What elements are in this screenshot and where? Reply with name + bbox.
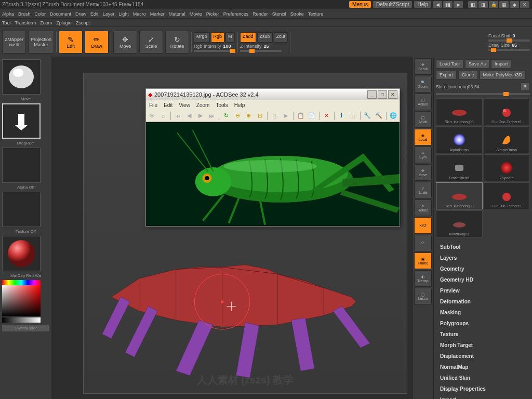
section-subtool[interactable]: SubTool xyxy=(436,242,530,252)
close-window-icon[interactable]: ✕ xyxy=(388,90,397,99)
edit-button[interactable]: ✎Edit xyxy=(59,31,83,54)
zcut-button[interactable]: Zcut xyxy=(274,32,288,43)
make-polymesh-button[interactable]: Make PolyMesh3D xyxy=(480,70,526,79)
last-icon[interactable]: ⏭ xyxy=(207,111,217,121)
menu-brush[interactable]: Brush xyxy=(18,11,31,17)
acd-menu-edit[interactable]: Edit xyxy=(164,102,172,108)
menu-zscript[interactable]: Zscript xyxy=(76,20,90,25)
menu-alpha[interactable]: Alpha xyxy=(2,11,14,17)
lock-icon[interactable]: 🔒 xyxy=(489,1,498,8)
zmapper-button[interactable]: ZMapper rev-E xyxy=(2,31,26,54)
ahalf-button[interactable]: ◱AHalf xyxy=(414,111,432,128)
acdsee-window[interactable]: ◆ 200719214135120.jpg - ACDSee 32 v2.4 _… xyxy=(145,88,400,227)
acd-menu-file[interactable]: File xyxy=(149,102,157,108)
texture-preview[interactable] xyxy=(2,192,41,227)
bars-icon[interactable]: ▮▮ xyxy=(443,1,453,8)
section-layers[interactable]: Layers xyxy=(436,252,530,263)
export-button[interactable]: Export xyxy=(436,70,457,79)
material-preview[interactable] xyxy=(2,236,41,271)
rgb-button[interactable]: Rgb xyxy=(211,32,225,43)
draw-size-slider[interactable] xyxy=(488,49,530,51)
projection-master-button[interactable]: Projection Master xyxy=(28,31,54,54)
actual-button[interactable]: ▢Actual xyxy=(414,94,432,110)
transp-button[interactable]: ◐Transp xyxy=(414,270,432,287)
acd-menu-tools[interactable]: Tools xyxy=(216,102,228,108)
switchcolor-label[interactable]: SwitchColor xyxy=(2,325,49,331)
section-geometry-hd[interactable]: Geometry HD xyxy=(436,274,530,285)
brush-preview[interactable] xyxy=(2,59,41,95)
tool-guoguo-zsphere1[interactable]: GuoGuo Zsphere1 xyxy=(484,182,530,209)
section-unified-skin[interactable]: Unified Skin xyxy=(436,373,530,383)
rotate-button[interactable]: ↻Rotate xyxy=(165,31,189,54)
acd-menu-zoom[interactable]: Zoom xyxy=(196,102,210,108)
slideshow-icon[interactable]: ▶ xyxy=(281,111,291,121)
caption-icon[interactable]: ◫ xyxy=(348,111,358,121)
prev-page-icon[interactable]: ◀ xyxy=(184,111,195,121)
section-geometry[interactable]: Geometry xyxy=(436,263,530,274)
tool-guoguo-zsphere1[interactable]: GuoGuo Zsphere1 xyxy=(484,98,530,125)
maximize-icon[interactable]: □ xyxy=(378,90,387,99)
minimize-icon[interactable]: _ xyxy=(367,90,377,99)
clone-button[interactable]: Clone xyxy=(458,70,478,79)
menu-tool[interactable]: Tool xyxy=(2,20,11,25)
rotate-nav-button[interactable]: ↻Rotate xyxy=(414,200,432,216)
section-import[interactable]: Import xyxy=(436,394,530,399)
import-button[interactable]: Import xyxy=(491,59,512,69)
help-button[interactable]: Help xyxy=(414,1,431,8)
menu-edit[interactable]: Edit xyxy=(90,11,99,17)
rgb-intensity-slider[interactable] xyxy=(194,50,235,52)
color-picker[interactable] xyxy=(2,280,49,323)
section-morph-target[interactable]: Morph Target xyxy=(436,340,530,351)
alpha-preview[interactable] xyxy=(2,148,41,183)
menu-macro[interactable]: Macro xyxy=(133,11,146,17)
tool-kunchong03[interactable]: kunchong03 xyxy=(436,210,483,237)
copy-acd-icon[interactable]: 📋 xyxy=(296,111,306,121)
wrench-icon[interactable]: 🔧 xyxy=(363,111,373,121)
stroke-preview[interactable] xyxy=(2,103,41,139)
tool-zsphere[interactable]: ZSphere xyxy=(484,154,530,181)
browse-icon[interactable]: 👁 xyxy=(147,111,157,121)
mrgb-button[interactable]: Mrgb xyxy=(194,32,210,43)
next-page-icon[interactable]: ▶ xyxy=(195,111,206,121)
acd-menu-help[interactable]: Help xyxy=(234,102,245,108)
section-masking[interactable]: Masking xyxy=(436,307,530,318)
menu-picker[interactable]: Picker xyxy=(206,11,219,17)
local-button[interactable]: ◉Local xyxy=(414,129,432,145)
move-button[interactable]: ✥Move xyxy=(113,31,137,54)
section-polygroups[interactable]: Polygroups xyxy=(436,318,530,329)
menu-color[interactable]: Color xyxy=(35,11,46,17)
section-displacement[interactable]: Displacement xyxy=(436,351,530,362)
delete-acd-icon[interactable]: ✕ xyxy=(322,111,332,121)
print-acd-icon[interactable]: 🖨 xyxy=(270,111,280,121)
xyz-button[interactable]: XYZ xyxy=(414,217,432,234)
q-button[interactable]: ⟳ xyxy=(414,235,432,251)
default-zscript-button[interactable]: DefaultZScript xyxy=(373,1,412,8)
dock-left-icon[interactable]: ◧ xyxy=(468,1,477,8)
first-icon[interactable]: ⏮ xyxy=(173,111,183,121)
search-icon[interactable]: ⌕ xyxy=(158,111,169,121)
menu-zplugin[interactable]: Zplugin xyxy=(56,20,72,25)
section-deformation[interactable]: Deformation xyxy=(436,296,530,307)
menu-layer[interactable]: Layer xyxy=(103,11,115,17)
info-icon[interactable]: ℹ xyxy=(337,111,347,121)
globe-icon[interactable]: 🌐 xyxy=(389,111,399,121)
menus-button[interactable]: Menus xyxy=(349,1,371,8)
section-texture[interactable]: Texture xyxy=(436,329,530,340)
dock-right-icon[interactable]: ◨ xyxy=(478,1,488,8)
lasso-button[interactable]: ◯Lasso xyxy=(414,288,432,304)
focal-shift-slider[interactable] xyxy=(488,39,530,42)
sym-button[interactable]: ⇔Sym xyxy=(414,147,432,163)
tool-skin_kunchong03[interactable]: Skin_kunchong03 xyxy=(436,182,483,209)
menu-zoom[interactable]: Zoom xyxy=(40,20,52,25)
paste-acd-icon[interactable]: 📄 xyxy=(307,111,317,121)
menu-stroke[interactable]: Stroke xyxy=(290,11,304,17)
menu-transform[interactable]: Transform xyxy=(15,20,36,25)
close-icon[interactable]: ✕ xyxy=(520,1,529,8)
scale-nav-button[interactable]: ⤢Scale xyxy=(414,182,432,198)
color-icon[interactable]: ◆ xyxy=(510,1,519,8)
fit-icon[interactable]: ⊡ xyxy=(255,111,265,121)
load-tool-button[interactable]: Load Tool xyxy=(436,59,463,69)
zsub-button[interactable]: Zsub xyxy=(257,32,273,43)
menu-stencil[interactable]: Stencil xyxy=(272,11,286,17)
m-button[interactable]: M xyxy=(225,32,235,43)
